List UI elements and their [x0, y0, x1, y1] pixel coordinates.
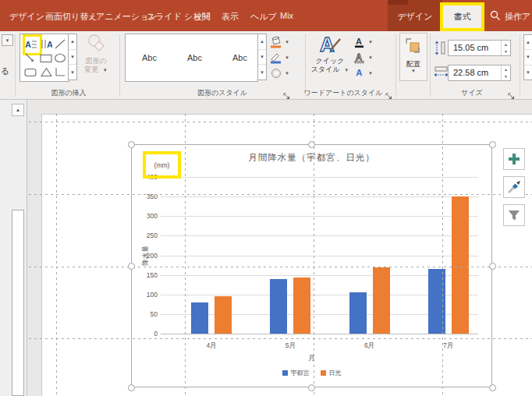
tab-7[interactable]: ヘルプ — [250, 11, 277, 23]
spin-up-icon: ▲ — [502, 41, 510, 48]
x-category-label[interactable]: 5月 — [275, 341, 306, 351]
tab-5[interactable]: 校閲 — [193, 11, 211, 23]
gallery-more-icon[interactable]: ▼ — [69, 65, 76, 80]
svg-text:A: A — [356, 68, 362, 77]
vertical-textbox-button[interactable]: A — [38, 37, 54, 51]
x-axis-title[interactable]: 月 — [132, 354, 491, 363]
quick-styles-button[interactable]: A クイック スタイル ▼ — [310, 33, 349, 81]
bar-宇都宮-5月[interactable] — [270, 279, 287, 334]
x-category-label[interactable]: 6月 — [354, 341, 385, 351]
cutoff-gallery-scroll: ▲ ▼ ▼ — [523, 34, 532, 80]
triangle-icon — [41, 67, 52, 77]
scroll-down-icon[interactable]: ▼ — [524, 50, 532, 65]
tab-1[interactable]: デザイン — [9, 11, 44, 23]
gallery-more-icon[interactable]: ▼ — [524, 65, 532, 80]
pane-separator[interactable] — [27, 100, 27, 396]
width-spinner[interactable]: ▲▼ — [501, 65, 510, 80]
tab-format-selected[interactable]: 書式 — [443, 5, 481, 28]
plus-icon — [507, 152, 521, 166]
chart-legend[interactable]: 宇都宮日光 — [132, 369, 491, 377]
arrow-icon — [25, 53, 36, 64]
horizontal-guide — [29, 194, 532, 195]
spin-down-icon: ▼ — [502, 48, 510, 56]
selection-handle[interactable] — [308, 141, 315, 148]
gallery-more-icon[interactable]: ▼ — [258, 65, 266, 80]
line-shape-button[interactable] — [52, 37, 68, 51]
shape-outline-icon — [270, 51, 282, 64]
shape-fill-button[interactable]: ▼ — [270, 34, 304, 49]
selection-handle[interactable] — [308, 384, 315, 391]
brush-icon — [506, 179, 522, 195]
horizontal-guide — [29, 338, 532, 339]
tell-me-search[interactable]: 操作ア — [488, 0, 532, 31]
bar-宇都宮-6月[interactable] — [349, 292, 367, 334]
shape-effects-icon — [270, 67, 282, 80]
cutoff-dropdown-button[interactable]: ▼ — [2, 34, 13, 46]
selection-handle[interactable] — [489, 141, 496, 148]
scrollbar-thumb[interactable] — [12, 210, 24, 396]
tab-8[interactable]: Mix — [280, 11, 293, 20]
y-axis-title[interactable]: 降水量 — [141, 217, 151, 295]
axis-unit-label[interactable]: (mm) — [146, 154, 178, 175]
scroll-down-icon[interactable]: ▼ — [69, 50, 76, 65]
change-shape-button[interactable]: 図形の 変更 ▼ — [80, 33, 112, 81]
text-effects-icon: A A — [353, 67, 366, 80]
chart-filters-button[interactable] — [503, 204, 525, 226]
scroll-down-icon[interactable]: ▼ — [258, 50, 266, 65]
svg-text:A: A — [356, 52, 362, 62]
ellipse-icon — [54, 53, 66, 63]
x-category-label[interactable]: 7月 — [433, 341, 464, 351]
shape-style-abc-orange[interactable]: Abc — [223, 43, 257, 72]
legend-item-宇都宮[interactable]: 宇都宮 — [282, 369, 310, 377]
scrollbar-up-button[interactable]: ▲ — [12, 104, 24, 116]
ellipse-shape-button[interactable] — [52, 51, 68, 65]
y-tick-label[interactable]: 0 — [132, 330, 158, 338]
selection-handle[interactable] — [489, 384, 496, 391]
shape-effects-button[interactable]: ▼ — [270, 65, 304, 80]
rectangle-shape-button[interactable] — [38, 51, 54, 65]
chart-styles-button[interactable] — [503, 176, 525, 198]
legend-item-日光[interactable]: 日光 — [321, 369, 342, 377]
shape-width-field[interactable]: 22.58 cm ▲▼ — [448, 65, 511, 81]
bar-日光-5月[interactable] — [293, 278, 310, 334]
x-category-label[interactable]: 4月 — [196, 341, 227, 351]
text-effects-button[interactable]: A A ▼ — [353, 65, 381, 80]
selection-handle[interactable] — [128, 384, 135, 391]
gridline — [161, 177, 478, 178]
bar-日光-6月[interactable] — [373, 267, 390, 334]
arrange-button[interactable]: 配置 ▼ — [399, 33, 427, 81]
change-shape-icon — [86, 34, 106, 54]
shape-outline-button[interactable]: ▼ — [270, 50, 304, 65]
shape-style-abc-black[interactable]: Abc — [133, 43, 166, 72]
arrow-shape-button[interactable] — [23, 51, 38, 65]
shape-fill-icon — [270, 36, 282, 48]
height-spinner[interactable]: ▲▼ — [501, 41, 510, 55]
shape-style-abc-blue[interactable]: Abc — [178, 43, 211, 72]
selection-handle[interactable] — [128, 263, 135, 270]
selection-handle[interactable] — [489, 263, 496, 270]
tab-2[interactable]: 画面切り替え — [45, 11, 98, 23]
chart-title[interactable]: 月間降水量（宇都宮、日光） — [132, 152, 491, 164]
scroll-up-icon[interactable]: ▲ — [524, 35, 532, 50]
tab-design-contextual[interactable]: デザイン — [388, 11, 442, 23]
scroll-up-icon[interactable]: ▲ — [258, 34, 266, 50]
elbow-connector-icon — [55, 67, 66, 77]
y-tick-label[interactable]: 50 — [132, 310, 158, 318]
text-outline-button[interactable]: A ▼ — [353, 50, 381, 65]
elbow-connector-button[interactable] — [52, 65, 68, 80]
text-fill-button[interactable]: A ▼ — [353, 34, 381, 49]
ribbon-tab-bar: デザイン画面切り替えアニメーションスライド ショー校閲表示ヘルプMix デザイン… — [0, 0, 532, 31]
tab-6[interactable]: 表示 — [222, 11, 239, 23]
rounded-rectangle-icon — [24, 68, 37, 77]
textbox-shape-button[interactable]: A — [23, 37, 38, 51]
shape-height-field[interactable]: 15.05 cm ▲▼ — [448, 40, 511, 56]
bar-日光-4月[interactable] — [215, 296, 232, 334]
bar-日光-7月[interactable] — [452, 196, 469, 334]
selection-handle[interactable] — [128, 141, 135, 148]
rounded-rectangle-button[interactable] — [23, 65, 38, 80]
chart-elements-button[interactable] — [503, 148, 525, 170]
bar-宇都宮-4月[interactable] — [191, 302, 208, 334]
scroll-up-icon[interactable]: ▲ — [69, 34, 76, 50]
horizontal-guide — [29, 122, 532, 122]
triangle-shape-button[interactable] — [38, 65, 54, 80]
